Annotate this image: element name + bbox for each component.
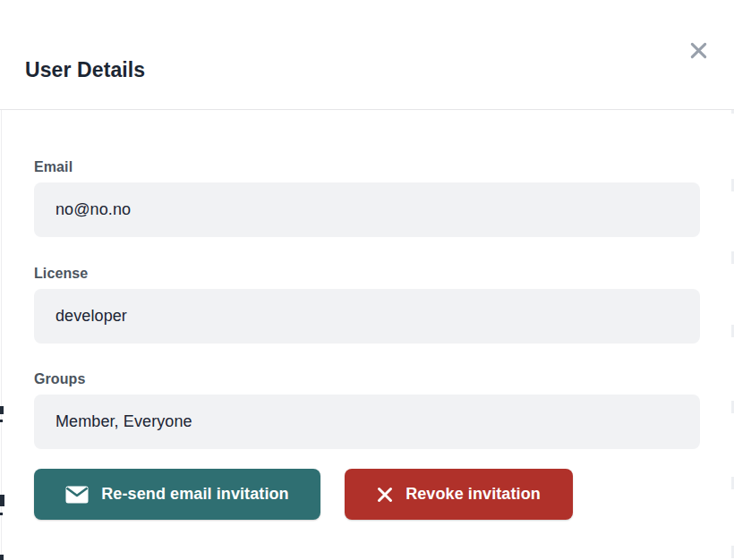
- modal-header: User Details: [0, 0, 734, 110]
- revoke-invitation-button[interactable]: Revoke invitation: [345, 469, 573, 520]
- groups-field-group: Groups Member, Everyone: [34, 371, 700, 449]
- groups-value: Member, Everyone: [55, 412, 192, 431]
- email-value: no@no.no: [55, 200, 131, 219]
- background-page-fragment: [0, 555, 4, 560]
- license-label: License: [34, 266, 700, 282]
- groups-field[interactable]: Member, Everyone: [34, 395, 700, 449]
- user-details-modal: User Details Email no@no.no License deve…: [0, 0, 734, 560]
- email-label: Email: [34, 159, 700, 175]
- envelope-icon: [65, 486, 89, 504]
- resend-button-label: Re-send email invitation: [101, 485, 288, 504]
- license-value: developer: [55, 307, 127, 326]
- email-field[interactable]: no@no.no: [34, 182, 700, 237]
- revoke-button-label: Revoke invitation: [405, 485, 541, 504]
- license-field[interactable]: developer: [34, 289, 700, 344]
- resend-email-invitation-button[interactable]: Re-send email invitation: [34, 469, 320, 520]
- license-field-group: License developer: [34, 266, 700, 344]
- page-title: User Details: [25, 57, 145, 82]
- close-button[interactable]: [686, 39, 711, 64]
- background-page-fragment: [0, 406, 4, 414]
- close-icon: [688, 40, 709, 64]
- background-page-fragment: [0, 495, 4, 506]
- x-icon: [377, 487, 393, 503]
- groups-label: Groups: [34, 371, 700, 387]
- background-page-fragment: [0, 513, 3, 515]
- email-field-group: Email no@no.no: [34, 159, 700, 237]
- background-page-fragment: [0, 420, 3, 422]
